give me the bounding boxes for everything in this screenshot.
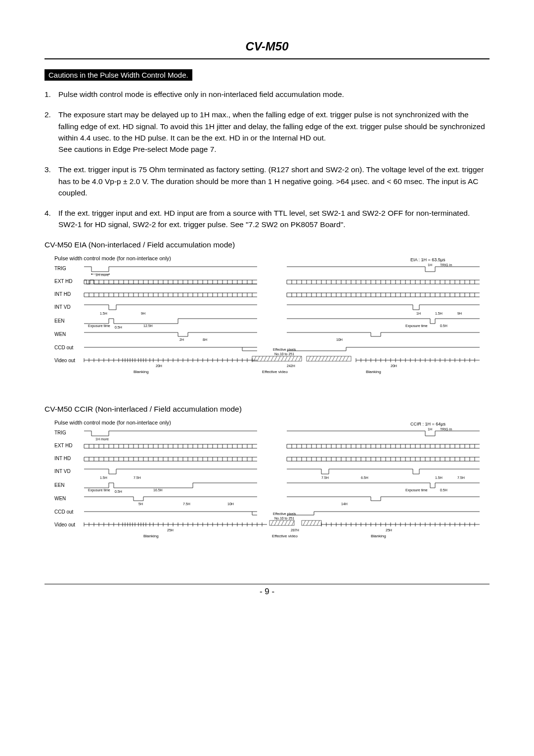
- list-item: 4. If the ext. trigger input and ext. HD…: [44, 207, 490, 231]
- svg-text:20H: 20H: [156, 364, 162, 368]
- list-text: Pulse width control mode is effective on…: [58, 89, 490, 100]
- svg-text:1.5H: 1.5H: [435, 312, 443, 315]
- list-number: 3.: [44, 164, 58, 198]
- svg-text:TRIG in: TRIG in: [440, 263, 452, 267]
- svg-text:25H: 25H: [386, 528, 392, 532]
- svg-text:INT HD: INT HD: [54, 456, 71, 461]
- svg-text:14H: 14H: [341, 502, 348, 506]
- exthd-ticks-left: [84, 280, 252, 284]
- svg-text:Effective pixels: Effective pixels: [273, 512, 296, 516]
- svg-text:EXT HD: EXT HD: [54, 279, 73, 284]
- svg-text:0.5H: 0.5H: [115, 326, 122, 329]
- chart-heading-eia: CV-M50 EIA (Non-interlaced / Field accum…: [44, 240, 490, 249]
- cautions-list: 1. Pulse width control mode is effective…: [44, 89, 490, 231]
- svg-text:EXT HD: EXT HD: [54, 443, 73, 448]
- svg-rect-35: [307, 356, 351, 361]
- svg-text:No.10 to 251: No.10 to 251: [274, 517, 294, 520]
- svg-text:7.5H: 7.5H: [134, 476, 141, 479]
- svg-text:7.5H: 7.5H: [457, 476, 465, 479]
- svg-text:EEN: EEN: [54, 482, 65, 488]
- svg-text:9H: 9H: [457, 312, 462, 315]
- svg-text:0.5H: 0.5H: [115, 490, 122, 493]
- svg-text:TRIG in: TRIG in: [440, 427, 452, 431]
- svg-rect-84: [302, 520, 321, 525]
- svg-text:TRIG: TRIG: [54, 430, 66, 435]
- header-rule: [44, 58, 490, 59]
- svg-text:Exposure time: Exposure time: [405, 488, 428, 492]
- svg-rect-34: [252, 356, 302, 361]
- svg-text:25H: 25H: [167, 528, 174, 532]
- document-title: CV-M50: [44, 40, 490, 53]
- svg-text:TRIG: TRIG: [54, 266, 66, 271]
- timing-diagram-eia: Pulse width control mode (for non-interl…: [44, 254, 490, 390]
- svg-text:Pulse width control mode (for : Pulse width control mode (for non-interl…: [54, 420, 171, 425]
- list-text: If the ext. trigger input and ext. HD in…: [58, 207, 490, 231]
- list-number: 2.: [44, 109, 58, 155]
- svg-text:12.5H: 12.5H: [143, 324, 153, 328]
- svg-text:CCD out: CCD out: [54, 509, 74, 515]
- list-item: 1. Pulse width control mode is effective…: [44, 89, 490, 100]
- svg-text:1H more: 1H more: [95, 437, 109, 441]
- svg-text:6.5H: 6.5H: [361, 476, 368, 479]
- svg-text:1H more: 1H more: [95, 273, 109, 277]
- svg-text:Blanking: Blanking: [134, 370, 149, 374]
- svg-text:9H: 9H: [141, 312, 145, 315]
- svg-text:1.5H: 1.5H: [100, 476, 107, 479]
- list-number: 1.: [44, 89, 58, 100]
- list-text: The exposure start may be delayed up to …: [58, 109, 490, 155]
- svg-text:5H: 5H: [138, 502, 143, 506]
- list-item: 3. The ext. trigger input is 75 Ohm term…: [44, 164, 490, 198]
- svg-text:8H: 8H: [203, 338, 207, 341]
- svg-text:Blanking: Blanking: [371, 534, 386, 538]
- svg-text:0.5H: 0.5H: [440, 324, 447, 328]
- svg-text:No.10 to 251: No.10 to 251: [274, 352, 294, 356]
- footer-rule: [44, 584, 490, 584]
- svg-text:INT VD: INT VD: [54, 304, 71, 310]
- svg-text:INT VD: INT VD: [54, 469, 71, 474]
- timing-diagram-ccir: Pulse width control mode (for non-interl…: [44, 419, 490, 554]
- svg-text:1.5H: 1.5H: [100, 312, 107, 315]
- svg-text:Exposure time: Exposure time: [88, 488, 110, 492]
- svg-text:CCD out: CCD out: [54, 345, 74, 350]
- svg-text:10H: 10H: [336, 338, 343, 341]
- svg-text:20H: 20H: [391, 364, 397, 368]
- svg-text:Effective video: Effective video: [262, 370, 288, 374]
- svg-text:10H: 10H: [227, 502, 234, 506]
- svg-text:7.5H: 7.5H: [183, 502, 190, 506]
- svg-text:CCIR : 1H = 64µs: CCIR : 1H = 64µs: [410, 422, 445, 426]
- svg-text:7.5H: 7.5H: [321, 476, 329, 479]
- svg-text:1H: 1H: [416, 312, 421, 315]
- list-text: The ext. trigger input is 75 Ohm termina…: [58, 164, 490, 198]
- svg-text:WEN: WEN: [54, 496, 66, 501]
- svg-text:Exposure time: Exposure time: [88, 324, 110, 328]
- page-number: - 9 -: [44, 587, 490, 597]
- page-content: CV-M50 Cautions in the Pulse Width Contr…: [0, 0, 534, 626]
- svg-text:Effective video: Effective video: [272, 534, 298, 538]
- chart-subtitle: Pulse width control mode (for non-interl…: [54, 255, 171, 261]
- svg-text:1H: 1H: [428, 427, 432, 431]
- cautions-heading: Cautions in the Pulse Width Control Mode…: [44, 69, 192, 81]
- svg-text:Effective pixels: Effective pixels: [273, 348, 296, 352]
- list-number: 4.: [44, 207, 58, 231]
- svg-text:0.5H: 0.5H: [440, 488, 447, 492]
- svg-text:287H: 287H: [291, 528, 299, 532]
- chart-ref: EIA : 1H = 63.5µs: [410, 257, 445, 262]
- svg-text:242H: 242H: [287, 364, 295, 368]
- svg-text:Video out: Video out: [54, 522, 75, 527]
- svg-text:Exposure time: Exposure time: [405, 324, 428, 328]
- svg-text:Blanking: Blanking: [366, 370, 381, 374]
- list-item: 2. The exposure start may be delayed up …: [44, 109, 490, 155]
- chart-heading-ccir: CV-M50 CCIR (Non-interlaced / Field accu…: [44, 405, 490, 414]
- page-footer: - 9 -: [44, 584, 490, 597]
- svg-text:EEN: EEN: [54, 318, 65, 324]
- svg-text:1H: 1H: [428, 263, 432, 267]
- svg-text:Video out: Video out: [54, 358, 75, 363]
- svg-text:INT HD: INT HD: [54, 291, 71, 297]
- svg-text:16.5H: 16.5H: [153, 488, 163, 492]
- svg-text:Blanking: Blanking: [143, 534, 159, 538]
- svg-text:WEN: WEN: [54, 331, 66, 337]
- svg-text:2H: 2H: [179, 338, 184, 341]
- svg-text:1.5H: 1.5H: [435, 476, 443, 479]
